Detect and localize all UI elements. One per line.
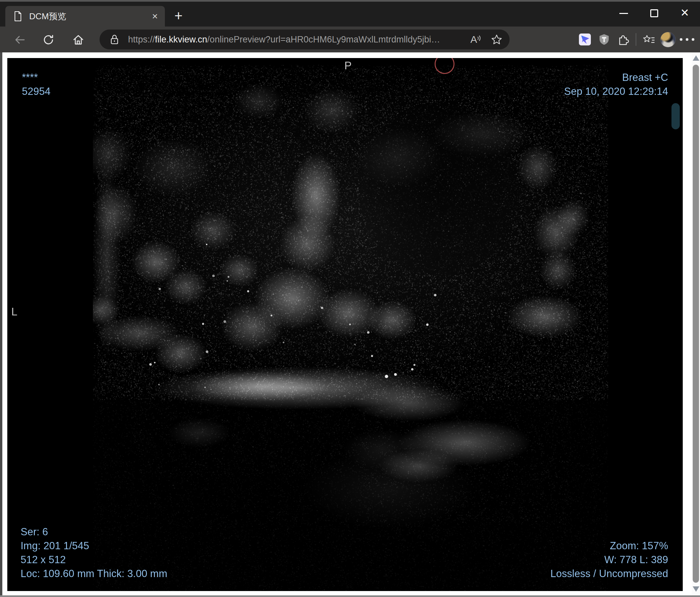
lock-icon[interactable] [110, 34, 119, 45]
document-icon [14, 11, 22, 21]
dicom-image-canvas[interactable] [7, 58, 683, 591]
extensions-row [575, 27, 700, 52]
shield-t-icon [599, 34, 609, 45]
window-top-border [0, 0, 700, 2]
image-number: Img: 201 1/545 [21, 539, 167, 553]
read-aloud-waves-icon [477, 34, 481, 42]
extension-tampermonkey-button[interactable] [595, 30, 614, 49]
study-info-overlay: Breast +C Sep 10, 2020 12:29:14 [564, 71, 668, 99]
refresh-button[interactable] [42, 33, 55, 47]
url-text[interactable]: https://file.kkview.cn/onlinePreview?url… [128, 34, 440, 45]
slice-location: Loc: 109.60 mm Thick: 3.00 mm [21, 567, 167, 581]
ellipsis-icon [680, 38, 694, 41]
refresh-icon [43, 34, 54, 46]
collections-button[interactable] [639, 30, 658, 49]
series-number: Ser: 6 [21, 525, 167, 539]
read-aloud-icon: A [470, 34, 477, 45]
extensions-menu-button[interactable] [614, 30, 633, 49]
scrollbar-thumb[interactable] [693, 65, 699, 583]
window-level-values: W: 778 L: 389 [550, 553, 668, 567]
toolbar-divider [635, 33, 636, 46]
orientation-posterior-label: P [344, 59, 352, 72]
favorite-star-icon[interactable] [491, 34, 502, 45]
avatar [660, 32, 676, 47]
compression-info: Lossless / Uncompressed [550, 567, 668, 581]
orientation-left-label: L [11, 306, 17, 318]
zoom-level: Zoom: 157% [550, 539, 668, 553]
patient-id: 52954 [22, 84, 50, 99]
viewer-scrollbar-thumb[interactable] [672, 103, 680, 129]
url-path: /onlinePreview?url=aHR0cHM6Ly9maWxlLmtrd… [207, 34, 440, 45]
series-info-overlay: Ser: 6 Img: 201 1/545 512 x 512 Loc: 109… [21, 525, 167, 581]
extension-kkview-button[interactable] [575, 30, 595, 49]
read-aloud-button[interactable]: A [470, 34, 481, 45]
address-bar-actions: A [470, 29, 502, 49]
patient-name-masked: **** [22, 71, 50, 84]
tab-dcm-preview[interactable]: DCM预览 × [5, 6, 165, 27]
tab-close-button[interactable]: × [148, 9, 161, 23]
url-scheme: https:// [128, 34, 155, 45]
minimize-icon [619, 13, 628, 14]
browser-window: { "browser": { "tab_title": "DCM预览", "ic… [0, 0, 700, 597]
tab-strip: DCM预览 × + × [0, 0, 700, 27]
bird-extension-icon [579, 33, 591, 46]
page-scrollbar[interactable] [692, 52, 700, 595]
scroll-up-arrow[interactable] [693, 55, 699, 61]
url-host: file.kkview.cn [155, 34, 207, 45]
back-button[interactable] [13, 33, 26, 47]
close-button[interactable]: × [670, 2, 700, 25]
display-info-overlay: Zoom: 157% W: 778 L: 389 Lossless / Unco… [550, 539, 668, 581]
minimize-button[interactable] [608, 2, 639, 25]
address-bar[interactable]: https://file.kkview.cn/onlinePreview?url… [100, 29, 509, 49]
home-icon [73, 34, 84, 46]
maximize-button[interactable] [639, 2, 670, 25]
window-bottom-border [0, 595, 700, 597]
new-tab-button[interactable]: + [170, 7, 187, 25]
scroll-down-arrow[interactable] [693, 587, 699, 592]
patient-info-overlay: **** 52954 [22, 71, 50, 99]
window-controls: × [608, 2, 700, 25]
close-icon: × [681, 6, 689, 20]
study-datetime: Sep 10, 2020 12:29:14 [564, 84, 668, 99]
home-button[interactable] [72, 33, 85, 47]
puzzle-icon [617, 33, 629, 46]
profile-button[interactable] [658, 30, 677, 49]
image-matrix: 512 x 512 [21, 553, 167, 567]
tab-title: DCM预览 [29, 10, 148, 22]
browser-toolbar: https://file.kkview.cn/onlinePreview?url… [0, 27, 700, 52]
study-description: Breast +C [564, 71, 668, 84]
collections-star-icon [642, 33, 655, 46]
window-left-border [0, 52, 2, 595]
maximize-icon [650, 9, 658, 17]
back-arrow-icon [14, 34, 25, 46]
dicom-viewer: **** 52954 Breast +C Sep 10, 2020 12:29:… [7, 58, 683, 591]
settings-menu-button[interactable] [677, 30, 697, 49]
